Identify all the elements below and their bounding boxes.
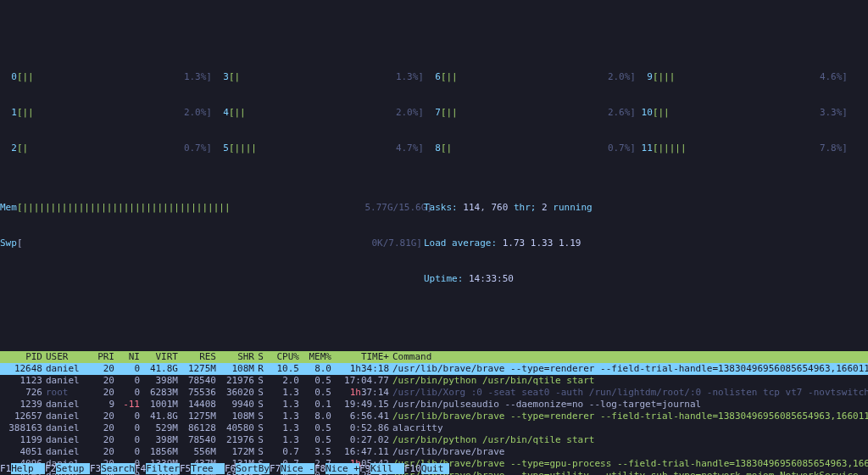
cpu-meter-11: 11[||||| 7.8%]: [636, 142, 848, 154]
cpu-meter-2: 2[| 0.7%]: [0, 142, 212, 154]
table-row[interactable]: 388163daniel200529M8612840580S1.30.50:52…: [0, 422, 868, 434]
fn-f10[interactable]: F10Quit: [404, 463, 449, 474]
fn-f3[interactable]: F3Search: [90, 463, 135, 474]
cpu-meter-6: 6[|| 2.0%]: [424, 71, 636, 83]
col-command[interactable]: Command: [389, 351, 868, 363]
col-shr[interactable]: SHR: [216, 351, 254, 363]
col-s[interactable]: S: [254, 351, 267, 363]
col-user[interactable]: USER: [42, 351, 89, 363]
cpu-meters: 0[|| 1.3%] 3[| 1.3%] 6[|| 2.0%] 9[||| 4.…: [0, 48, 868, 166]
process-table[interactable]: PIDUSERPRINIVIRTRESSHRSCPU%MEM%TIME+Comm…: [0, 351, 868, 475]
cpu-meter-1: 1[|| 2.0%]: [0, 107, 212, 119]
cpu-meter-5: 5[|||| 4.7%]: [212, 142, 424, 154]
cpu-meter-3: 3[| 1.3%]: [212, 71, 424, 83]
fn-f1[interactable]: F1Help: [0, 463, 45, 474]
fn-f8[interactable]: F8Nice +: [314, 463, 359, 474]
table-row[interactable]: 12648daniel20041.8G1275M108MR10.58.01h34…: [0, 363, 868, 375]
col-cpu%[interactable]: CPU%: [267, 351, 299, 363]
fn-f6[interactable]: F6SortBy: [225, 463, 270, 474]
table-row[interactable]: 1199daniel200398M7854021976S1.30.50:27.0…: [0, 434, 868, 446]
fn-f5[interactable]: F5Tree: [180, 463, 225, 474]
table-row[interactable]: 1123daniel200398M7854021976S2.00.517:04.…: [0, 375, 868, 387]
fn-f9[interactable]: F9Kill: [359, 463, 404, 474]
table-row[interactable]: 1239daniel9-111001M144089940S1.30.119:49…: [0, 399, 868, 411]
swp-meter: Swp[ 0K/7.81G]: [0, 238, 422, 249]
footer-bar[interactable]: F1Help F2Setup F3SearchF4FilterF5Tree F6…: [0, 463, 449, 475]
uptime-line: Uptime: 14:33:50: [424, 273, 868, 285]
fn-f2[interactable]: F2Setup: [45, 463, 90, 474]
cpu-meter-7: 7[|| 2.6%]: [424, 107, 636, 119]
col-pri[interactable]: PRI: [89, 351, 114, 363]
cpu-meter-4: 4[|| 2.0%]: [212, 107, 424, 119]
col-time+[interactable]: TIME+: [331, 351, 389, 363]
cpu-meter-8: 8[| 0.7%]: [424, 142, 636, 154]
col-virt[interactable]: VIRT: [140, 351, 178, 363]
table-row[interactable]: 4051daniel2001856M556M172MS0.73.516:47.1…: [0, 446, 868, 458]
mem-meter: Mem[||||||||||||||||||||||||||||||||||||…: [0, 202, 422, 214]
fn-f7[interactable]: F7Nice -: [270, 463, 314, 474]
fn-f4[interactable]: F4Filter: [135, 463, 180, 474]
tasks-line: Tasks: 114, 760 thr; 2 running: [424, 202, 868, 214]
table-row[interactable]: 12657daniel20041.8G1275M108MS1.38.06:56.…: [0, 411, 868, 422]
cpu-meter-9: 9[||| 4.6%]: [636, 71, 848, 83]
col-res[interactable]: RES: [178, 351, 216, 363]
cpu-meter-0: 0[|| 1.3%]: [0, 71, 212, 83]
table-row[interactable]: 726root2006283M7553636020S1.30.51h37:14/…: [0, 387, 868, 399]
col-pid[interactable]: PID: [0, 351, 42, 363]
col-ni[interactable]: NI: [114, 351, 140, 363]
load-line: Load average: 1.73 1.33 1.19: [424, 238, 868, 249]
cpu-meter-10: 10[|| 3.3%]: [636, 107, 848, 119]
col-mem%[interactable]: MEM%: [299, 351, 331, 363]
